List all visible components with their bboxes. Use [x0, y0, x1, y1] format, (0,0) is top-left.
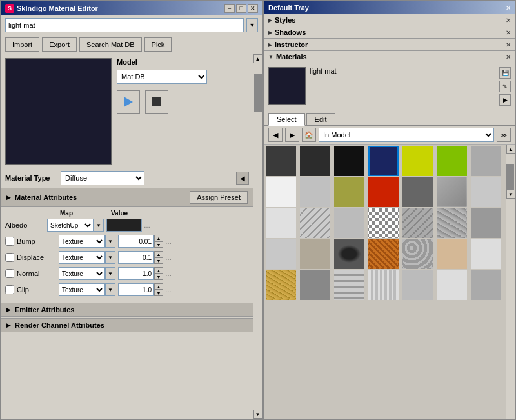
render-play-button[interactable] — [117, 90, 140, 114]
normal-checkbox[interactable] — [5, 269, 14, 278]
displace-more[interactable]: … — [165, 254, 172, 261]
nav-back-button[interactable]: ◀ — [268, 128, 283, 142]
list-item[interactable] — [402, 208, 433, 238]
render-channel-header[interactable]: ▶ Render Channel Attributes — [1, 318, 253, 332]
normal-map-arrow[interactable]: ▼ — [105, 267, 115, 280]
editor-scrollbar[interactable]: ▲ ▼ — [253, 54, 262, 419]
clip-map-arrow[interactable]: ▼ — [105, 283, 115, 296]
shadows-close-icon[interactable]: ✕ — [506, 29, 511, 36]
model-select[interactable]: Mat DB — [117, 70, 207, 84]
list-item[interactable] — [334, 208, 364, 238]
list-item[interactable] — [402, 239, 433, 269]
list-item[interactable] — [266, 239, 296, 269]
edit-tab[interactable]: Edit — [306, 113, 335, 125]
list-item[interactable] — [334, 177, 364, 207]
list-item[interactable] — [437, 177, 467, 207]
material-name-input[interactable] — [5, 18, 244, 32]
scrollbar-thumb[interactable] — [254, 74, 262, 112]
scroll-up-arrow[interactable]: ▲ — [253, 54, 263, 63]
bump-value-input[interactable] — [118, 235, 154, 248]
material-type-select[interactable]: Diffuse Glossy Specular — [61, 171, 144, 185]
displace-map-arrow[interactable]: ▼ — [105, 251, 115, 264]
shadows-section-header[interactable]: ▶ Shadows ✕ — [264, 26, 515, 38]
material-attributes-header[interactable]: ▶ Material Attributes Assign Preset — [1, 188, 253, 207]
albedo-map-arrow[interactable]: ▼ — [94, 219, 104, 232]
normal-spin-up[interactable]: ▲ — [154, 267, 163, 274]
list-item[interactable] — [368, 146, 399, 176]
list-item[interactable] — [368, 177, 399, 207]
tray-scroll-down[interactable]: ▼ — [506, 190, 515, 199]
list-item[interactable] — [334, 270, 364, 300]
select-tab[interactable]: Select — [268, 113, 305, 126]
albedo-more[interactable]: … — [144, 222, 150, 229]
clip-checkbox[interactable] — [5, 285, 14, 294]
list-item[interactable] — [437, 239, 467, 269]
list-item[interactable] — [300, 177, 330, 207]
maximize-button[interactable]: □ — [236, 4, 246, 13]
mat-info-icon-button[interactable]: ▶ — [499, 94, 511, 106]
list-item[interactable] — [471, 270, 501, 300]
list-item[interactable] — [368, 270, 399, 300]
normal-value-input[interactable] — [118, 267, 154, 280]
instructor-section-header[interactable]: ▶ Instructor ✕ — [264, 39, 515, 50]
mat-edit-icon-button[interactable]: ✎ — [499, 81, 511, 92]
tray-scrollbar-thumb[interactable] — [506, 164, 514, 190]
emitter-attributes-header[interactable]: ▶ Emitter Attributes — [1, 303, 253, 317]
displace-value-input[interactable] — [118, 251, 154, 264]
scroll-down-arrow[interactable]: ▼ — [253, 410, 263, 419]
nav-home-button[interactable]: 🏠 — [302, 128, 316, 142]
displace-map-select[interactable]: Texture — [59, 251, 105, 264]
list-item[interactable] — [266, 177, 296, 207]
clip-value-input[interactable] — [118, 283, 154, 296]
albedo-map-select[interactable]: SketchUp — [47, 219, 94, 232]
list-item[interactable] — [437, 208, 467, 238]
tray-scrollbar[interactable]: ▲ ▼ — [506, 145, 515, 419]
tray-scroll-up[interactable]: ▲ — [506, 145, 515, 154]
clip-spin-up[interactable]: ▲ — [154, 283, 163, 290]
displace-spin-down[interactable]: ▼ — [154, 257, 163, 264]
list-item[interactable] — [402, 146, 433, 176]
displace-spin-up[interactable]: ▲ — [154, 251, 163, 257]
assign-preset-button[interactable]: Assign Preset — [190, 191, 248, 204]
styles-section-header[interactable]: ▶ Styles ✕ — [264, 14, 515, 26]
list-item[interactable] — [266, 146, 296, 176]
list-item[interactable] — [471, 239, 501, 269]
list-item[interactable] — [334, 239, 364, 269]
clip-spin-down[interactable]: ▼ — [154, 290, 163, 296]
bump-map-select[interactable]: Texture — [59, 235, 105, 248]
materials-close-icon[interactable]: ✕ — [506, 54, 511, 61]
displace-checkbox[interactable] — [5, 253, 14, 262]
list-item[interactable] — [368, 239, 399, 269]
list-item[interactable] — [300, 146, 330, 176]
search-mat-db-button[interactable]: Search Mat DB — [79, 37, 142, 52]
list-item[interactable] — [300, 270, 330, 300]
list-item[interactable] — [471, 146, 501, 176]
export-button[interactable]: Export — [42, 37, 77, 52]
minimize-button[interactable]: − — [224, 4, 235, 13]
clip-spinner[interactable]: ▲ ▼ — [154, 283, 163, 296]
list-item[interactable] — [368, 208, 399, 238]
displace-spinner[interactable]: ▲ ▼ — [154, 251, 163, 264]
styles-close-icon[interactable]: ✕ — [506, 17, 511, 24]
clip-more[interactable]: … — [165, 286, 172, 294]
list-item[interactable] — [402, 270, 433, 300]
bump-spinner[interactable]: ▲ ▼ — [154, 235, 163, 248]
list-item[interactable] — [402, 177, 433, 207]
tray-close-button[interactable]: ✕ — [506, 5, 511, 12]
list-item[interactable] — [471, 208, 501, 238]
list-item[interactable] — [300, 239, 330, 269]
normal-spinner[interactable]: ▲ ▼ — [154, 267, 163, 280]
material-name-dropdown[interactable]: ▼ — [246, 18, 258, 32]
import-button[interactable]: Import — [5, 37, 39, 52]
albedo-color-value[interactable] — [106, 219, 142, 232]
list-item[interactable] — [266, 208, 296, 238]
close-button[interactable]: ✕ — [248, 4, 258, 13]
bump-checkbox[interactable] — [5, 237, 14, 246]
materials-section-header[interactable]: ▼ Materials ✕ — [264, 51, 515, 63]
materials-more-button[interactable]: ≫ — [497, 128, 511, 142]
material-type-arrow[interactable]: ◀ — [236, 172, 249, 185]
list-item[interactable] — [334, 146, 364, 176]
bump-more[interactable]: … — [165, 238, 172, 245]
mat-save-icon-button[interactable]: 💾 — [499, 67, 511, 79]
location-select[interactable]: In Model All Materials — [319, 128, 494, 142]
